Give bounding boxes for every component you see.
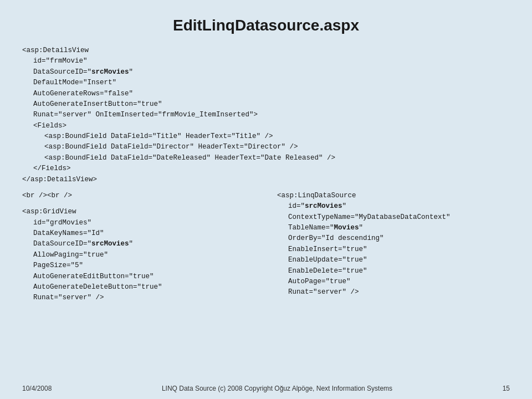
code-line: EnableUpdate="true" (288, 255, 510, 265)
code-line: <asp:GridView (22, 207, 255, 217)
code-line: <asp:LinqDataSource (277, 191, 510, 201)
code-line: PageSize="5" (33, 260, 255, 271)
code-line: id="frmMovie" (33, 56, 510, 66)
code-line: Runat="server" /> (288, 287, 510, 298)
right-code: <asp:LinqDataSource id="srcMovies" Conte… (277, 191, 510, 298)
code-line: id="grdMovies" (33, 218, 255, 228)
code-line: DataSourceID="srcMovies" (33, 67, 510, 78)
code-line: Runat="server" OnItemInserted="frmMovie_… (33, 110, 510, 120)
code-line: <asp:BoundField DataField="Title" Header… (44, 131, 510, 142)
code-line: AllowPaging="true" (33, 250, 255, 260)
code-line: TableName="Movies" (288, 223, 510, 233)
code-line: AutoGenerateInsertButton="true" (33, 99, 510, 110)
code-line: </Fields> (33, 163, 510, 174)
code-line: EnableInsert="true" (288, 244, 510, 255)
code-line: OrderBy="Id descending" (288, 233, 510, 244)
footer-page: 15 (503, 385, 510, 392)
code-line: AutoGenerateDeleteButton="true" (33, 282, 255, 293)
slide-container: EditLinqDatasource.aspx <asp:DetailsView… (0, 0, 532, 399)
right-column: <asp:LinqDataSource id="srcMovies" Conte… (266, 191, 510, 304)
footer-date: 10/4/2008 (22, 385, 52, 392)
code-line: <Fields> (33, 121, 510, 131)
code-line: <asp:BoundField DataField="DateReleased"… (44, 153, 510, 163)
content-area: <br /><br /> <asp:GridView id="grdMovies… (22, 191, 510, 304)
code-line: Runat="server" /> (33, 293, 255, 303)
code-line: id="srcMovies" (288, 201, 510, 212)
code-line: <asp:BoundField DataField="Director" Hea… (44, 142, 510, 152)
code-line: ContextTypeName="MyDatabaseDataContext" (288, 212, 510, 223)
code-line: DataSourceID="srcMovies" (33, 239, 255, 249)
slide-title: EditLinqDatasource.aspx (22, 17, 510, 34)
code-line: </asp:DetailsView> (22, 175, 510, 185)
br-line: <br /><br /> (22, 191, 255, 201)
top-code-block: <asp:DetailsView id="frmMovie" DataSourc… (22, 45, 510, 185)
left-bottom-code: <asp:GridView id="grdMovies" DataKeyName… (22, 207, 255, 303)
code-line: EnableDelete="true" (288, 266, 510, 277)
code-line: DefaultMode="Insert" (33, 78, 510, 88)
footer: 10/4/2008 LINQ Data Source (c) 2008 Copy… (0, 385, 532, 392)
code-line: AutoGenerateEditButton="true" (33, 272, 255, 282)
code-line: DataKeyNames="Id" (33, 228, 255, 239)
code-line: <asp:DetailsView (22, 45, 510, 56)
footer-copyright: LINQ Data Source (c) 2008 Copyright Oğuz… (162, 385, 392, 392)
left-column: <br /><br /> <asp:GridView id="grdMovies… (22, 191, 266, 304)
code-line: AutoGenerateRows="false" (33, 89, 510, 99)
code-line: AutoPage="true" (288, 277, 510, 287)
